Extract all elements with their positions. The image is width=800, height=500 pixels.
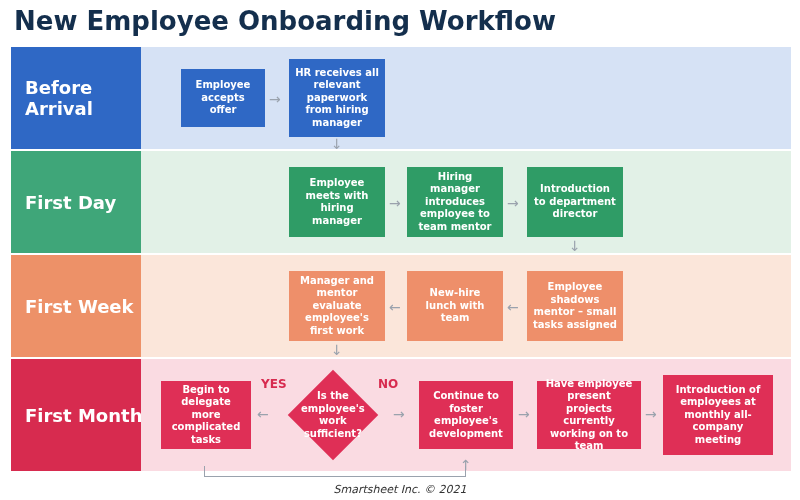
arrow-icon: → bbox=[389, 196, 401, 210]
decision-yes-label: YES bbox=[261, 377, 287, 391]
lane-label-before: Before Arrival bbox=[11, 47, 155, 149]
loopback-connector bbox=[204, 466, 466, 477]
arrow-icon: ← bbox=[507, 300, 519, 314]
node-employee-accepts-offer: Employee accepts offer bbox=[181, 69, 265, 127]
node-shadows-mentor: Employee shadows mentor – small tasks as… bbox=[527, 271, 623, 341]
node-meets-hiring-manager: Employee meets with hiring manager bbox=[289, 167, 385, 237]
arrow-icon: ↓ bbox=[569, 239, 581, 253]
node-introduce-mentor: Hiring manager introduces employee to te… bbox=[407, 167, 503, 237]
lane-first-week: First Week Employee shadows mentor – sma… bbox=[10, 254, 792, 358]
arrow-icon: ↓ bbox=[331, 137, 343, 151]
lane-body-week: Employee shadows mentor – small tasks as… bbox=[141, 255, 791, 357]
decision-text: Is the employee's work sufficient? bbox=[301, 390, 365, 440]
arrow-icon: ↓ bbox=[331, 343, 343, 357]
node-evaluate-work: Manager and mentor evaluate employee's f… bbox=[289, 271, 385, 341]
onboarding-workflow-diagram: New Employee Onboarding Workflow Before … bbox=[0, 0, 800, 500]
footer-attribution: Smartsheet Inc. © 2021 bbox=[0, 483, 800, 496]
lane-label-day: First Day bbox=[11, 151, 155, 253]
node-present-projects: Have employee present projects currently… bbox=[537, 381, 641, 449]
arrow-icon: ← bbox=[389, 300, 401, 314]
arrow-icon: → bbox=[507, 196, 519, 210]
arrow-icon: ↑ bbox=[460, 458, 472, 472]
node-newhire-lunch: New-hire lunch with team bbox=[407, 271, 503, 341]
arrow-icon: → bbox=[645, 407, 657, 421]
arrow-icon: → bbox=[518, 407, 530, 421]
lane-first-day: First Day Employee meets with hiring man… bbox=[10, 150, 792, 254]
arrow-icon: → bbox=[269, 92, 281, 106]
lane-body-before: Employee accepts offer → HR receives all… bbox=[141, 47, 791, 149]
decision-no-label: NO bbox=[378, 377, 398, 391]
lane-body-month: Begin to delegate more complicated tasks… bbox=[141, 359, 791, 471]
arrow-icon: → bbox=[393, 407, 405, 421]
lane-label-month: First Month bbox=[11, 359, 155, 471]
page-title: New Employee Onboarding Workflow bbox=[14, 6, 556, 36]
lane-first-month: First Month Begin to delegate more compl… bbox=[10, 358, 792, 472]
node-allcompany-meeting: Introduction of employees at monthly all… bbox=[663, 375, 773, 455]
lane-body-day: Employee meets with hiring manager → Hir… bbox=[141, 151, 791, 253]
lane-label-week: First Week bbox=[11, 255, 155, 357]
node-foster-development: Continue to foster employee's developmen… bbox=[419, 381, 513, 449]
arrow-icon: ← bbox=[257, 407, 269, 421]
node-intro-director: Introduction to department director bbox=[527, 167, 623, 237]
node-hr-receives-paperwork: HR receives all relevant paperwork from … bbox=[289, 59, 385, 137]
node-delegate-tasks: Begin to delegate more complicated tasks bbox=[161, 381, 251, 449]
lane-before-arrival: Before Arrival Employee accepts offer → … bbox=[10, 46, 792, 150]
decision-work-sufficient: Is the employee's work sufficient? bbox=[288, 370, 379, 461]
